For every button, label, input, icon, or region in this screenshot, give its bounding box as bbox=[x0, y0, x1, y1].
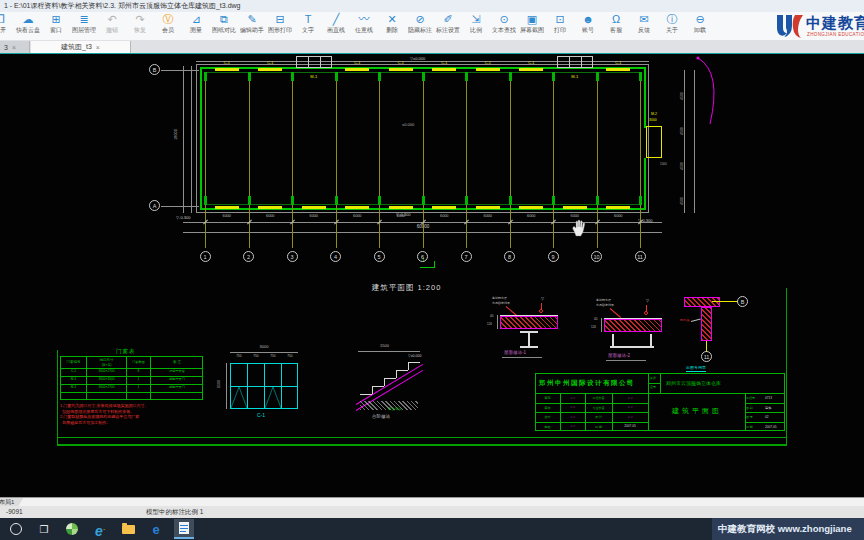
toolbar-text-search[interactable]: ⊙文本查找 bbox=[490, 12, 518, 35]
toolbar-support[interactable]: Ω客服 bbox=[602, 12, 630, 35]
toolbar-text[interactable]: T文字 bbox=[294, 12, 322, 35]
undo-icon: ↶ bbox=[98, 13, 126, 26]
toolbar-graphic-print[interactable]: ⊟图形打印 bbox=[266, 12, 294, 35]
toolbar-item-label: 标注设置 bbox=[435, 26, 461, 34]
schedule-cell: C-1 bbox=[61, 369, 86, 375]
bay-dim-text: 6000 bbox=[260, 214, 280, 219]
tb-line bbox=[745, 403, 785, 404]
column-stub bbox=[204, 196, 207, 205]
start-search-button[interactable] bbox=[6, 519, 26, 539]
tb-sig-label: 校对 bbox=[536, 415, 559, 420]
bay-dim-text: 6000 bbox=[478, 214, 498, 219]
cad-viewer-app-button[interactable] bbox=[174, 519, 194, 539]
file-tab-active[interactable]: 建筑图_t3 × bbox=[31, 41, 131, 53]
dim-line bbox=[191, 66, 192, 213]
toolbar-layer-manager[interactable]: ≣图层管理 bbox=[70, 12, 98, 35]
leader-line bbox=[691, 318, 701, 322]
window-icon: ⊞ bbox=[42, 13, 70, 26]
close-icon[interactable]: × bbox=[12, 44, 16, 51]
sheet-frame-line bbox=[57, 444, 787, 446]
freehand-line-icon: 〰 bbox=[350, 13, 378, 26]
window-sill bbox=[345, 68, 369, 71]
toolbar-drawing-compare[interactable]: ⧉图纸对比 bbox=[210, 12, 238, 35]
column-stub bbox=[378, 196, 381, 205]
col-header: 洞口尺寸 bbox=[87, 358, 126, 362]
tab-label: 建筑图_t3 bbox=[61, 42, 92, 52]
toolbar-feedback[interactable]: ✉反馈 bbox=[630, 12, 658, 35]
toolbar: ❒打开☁快看云盘⊞窗口≣图层管理↶撤销↷恢复Ⓥ会员⊿测量⧉图纸对比✎编辑助手⊟图… bbox=[0, 12, 864, 41]
column-stub bbox=[596, 72, 599, 81]
column-stub bbox=[291, 72, 294, 81]
dim-text: 120 bbox=[487, 322, 492, 326]
window-sill bbox=[258, 206, 282, 209]
toolbar-item-label: 任意线 bbox=[351, 26, 377, 34]
toolbar-item-label: 恢复 bbox=[127, 26, 153, 34]
window-mark-label: C-1 bbox=[393, 61, 409, 66]
toolbar-measure[interactable]: ⊿测量 bbox=[182, 12, 210, 35]
toolbar-item-label: 会员 bbox=[155, 26, 181, 34]
door-mark-label: M-1 bbox=[306, 74, 322, 79]
feedback-icon: ✉ bbox=[630, 13, 658, 26]
column-stub bbox=[639, 72, 642, 81]
toolbar-open[interactable]: ❒打开 bbox=[0, 12, 14, 35]
toolbar-print[interactable]: ⊡打印 bbox=[546, 12, 574, 35]
roof-detail-label: 屋面做法-2 bbox=[608, 353, 630, 358]
toolbar-hide-annotation[interactable]: ⊘隐藏标注 bbox=[406, 12, 434, 35]
task-view-button[interactable]: ❐ bbox=[34, 519, 54, 539]
toolbar-scale[interactable]: ⇲比例 bbox=[462, 12, 490, 35]
bay-dim-text: 6000 bbox=[391, 214, 411, 219]
tb-signature: ∽∽ bbox=[613, 415, 647, 420]
cad-canvas[interactable]: 18000 60000 B A ▽-0.300 ▽-0.300 ▽-0.300 … bbox=[0, 54, 864, 497]
tb-signature: ∽∽ bbox=[561, 396, 584, 401]
tb-info-label: 日 期 bbox=[746, 425, 764, 430]
layout-bar: 布局1 bbox=[0, 497, 864, 506]
scale-icon: ⇲ bbox=[462, 13, 490, 26]
stair-stringer bbox=[356, 364, 423, 405]
toolbar-item-label: 打开 bbox=[0, 26, 13, 34]
window-sill bbox=[215, 68, 239, 71]
toolbar-annotation-settings[interactable]: ✐标注设置 bbox=[434, 12, 462, 35]
dim-text-right: 4500 bbox=[680, 158, 692, 170]
grid-bubble: 7 bbox=[461, 251, 472, 262]
toolbar-screenshot[interactable]: ▣屏幕截图 bbox=[518, 12, 546, 35]
browser-360-button[interactable] bbox=[62, 519, 82, 539]
close-icon[interactable]: × bbox=[96, 44, 100, 51]
dim-line bbox=[183, 66, 184, 213]
edge-browser-button[interactable]: e bbox=[146, 519, 166, 539]
toolbar-vip[interactable]: Ⓥ会员 bbox=[154, 12, 182, 35]
toolbar-account[interactable]: ☻账号 bbox=[574, 12, 602, 35]
toolbar-about[interactable]: ⓘ关于 bbox=[658, 12, 686, 35]
file-tab-partial[interactable]: 3 × bbox=[0, 41, 30, 53]
toolbar-item-label: 编辑助手 bbox=[239, 26, 265, 34]
toolbar-cloud-drive[interactable]: ☁快看云盘 bbox=[14, 12, 42, 35]
bay-dim-text: 6000 bbox=[434, 214, 454, 219]
toolbar-undo[interactable]: ↶撤销 bbox=[98, 12, 126, 35]
ibeam-flange bbox=[520, 346, 538, 348]
layout-tab[interactable]: 布局1 bbox=[0, 498, 23, 506]
toolbar-draw-line[interactable]: ╱画直线 bbox=[322, 12, 350, 35]
elevation-mark: ▽±0.000 bbox=[408, 354, 421, 358]
annotation-settings-icon: ✐ bbox=[434, 13, 462, 26]
tb-sig-label: 日 期 bbox=[586, 425, 611, 430]
ie-browser-button[interactable]: e˖ bbox=[90, 519, 110, 539]
bay-dim-text: 6000 bbox=[217, 214, 237, 219]
schedule-cell: 3000×2700 bbox=[87, 369, 126, 375]
stair-riser bbox=[408, 362, 409, 370]
channel-web bbox=[612, 334, 614, 346]
toolbar-redo[interactable]: ↷恢复 bbox=[126, 12, 154, 35]
toolbar-delete[interactable]: ✕删除 bbox=[378, 12, 406, 35]
tb-line bbox=[535, 422, 648, 423]
toolbar-freehand-line[interactable]: 〰任意线 bbox=[350, 12, 378, 35]
toolbar-uninstall[interactable]: ⊖卸载 bbox=[686, 12, 714, 35]
toolbar-edit-assistant[interactable]: ✎编辑助手 bbox=[238, 12, 266, 35]
sheet-frame-line bbox=[786, 288, 787, 446]
detail-note: 防水层 bbox=[680, 318, 690, 322]
edit-assistant-icon: ✎ bbox=[238, 13, 266, 26]
uninstall-icon: ⊖ bbox=[686, 13, 714, 26]
tb-info-label: 工程号 bbox=[746, 396, 764, 401]
toolbar-window[interactable]: ⊞窗口 bbox=[42, 12, 70, 35]
file-explorer-button[interactable] bbox=[118, 519, 138, 539]
column-stub bbox=[465, 196, 468, 205]
sub-dim-text: 750 bbox=[248, 354, 264, 359]
account-icon: ☻ bbox=[574, 13, 602, 26]
